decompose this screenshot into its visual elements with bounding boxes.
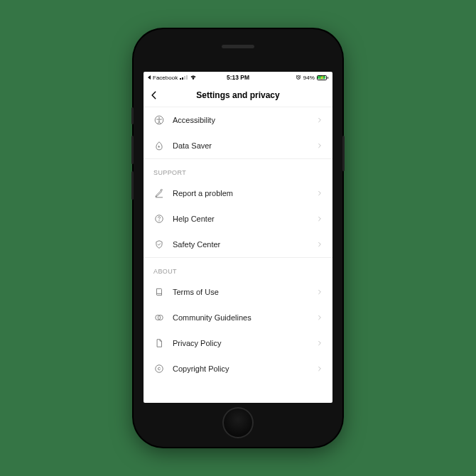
back-to-app-icon[interactable] <box>148 75 151 80</box>
chevron-right-icon <box>317 288 323 296</box>
chevron-right-icon <box>317 190 323 197</box>
settings-list[interactable]: Accessibility Data Saver SUPPORT Report … <box>144 107 332 403</box>
phone-frame: Facebook 5:13 PM 94% ⚡ <box>134 29 342 447</box>
navbar: Settings and privacy <box>144 83 332 107</box>
wifi-icon <box>190 75 197 80</box>
row-accessibility[interactable]: Accessibility <box>144 107 332 133</box>
chevron-right-icon <box>317 340 323 347</box>
row-label: Community Guidelines <box>173 313 308 322</box>
row-label: Copyright Policy <box>173 364 308 373</box>
chevron-right-icon <box>317 142 323 149</box>
row-copyright-policy[interactable]: Copyright Policy <box>144 356 332 382</box>
chevron-right-icon <box>317 314 323 321</box>
back-to-app-label[interactable]: Facebook <box>153 75 178 81</box>
row-help-center[interactable]: Help Center <box>144 206 332 232</box>
screen: Facebook 5:13 PM 94% ⚡ <box>144 72 332 403</box>
document-icon <box>153 338 164 348</box>
page-title: Settings and privacy <box>196 90 279 100</box>
row-label: Accessibility <box>173 116 308 124</box>
phone-speaker <box>222 45 254 48</box>
row-label: Terms of Use <box>173 288 308 296</box>
phone-button-vol-down <box>131 171 134 200</box>
row-report-problem[interactable]: Report a problem <box>144 180 332 206</box>
chevron-left-icon <box>149 90 159 100</box>
copyright-icon <box>153 364 164 374</box>
chevron-right-icon <box>317 241 323 248</box>
row-label: Safety Center <box>173 240 308 249</box>
phone-button-mute <box>131 107 134 124</box>
row-label: Report a problem <box>173 189 308 198</box>
row-data-saver[interactable]: Data Saver <box>144 133 332 158</box>
alarm-icon <box>296 75 301 80</box>
community-icon <box>153 313 164 323</box>
row-label: Help Center <box>173 215 308 223</box>
edit-icon <box>153 188 164 198</box>
section-header-support: SUPPORT <box>144 159 332 180</box>
row-terms-of-use[interactable]: Terms of Use <box>144 279 332 305</box>
accessibility-icon <box>153 115 164 125</box>
book-icon <box>153 287 164 297</box>
back-button[interactable] <box>149 90 159 100</box>
row-community-guidelines[interactable]: Community Guidelines <box>144 305 332 330</box>
chevron-right-icon <box>317 215 323 222</box>
battery-pct: 94% <box>303 75 315 81</box>
status-time: 5:13 PM <box>227 74 249 81</box>
phone-button-power <box>342 136 345 171</box>
help-icon <box>153 214 164 224</box>
svg-point-1 <box>158 117 160 119</box>
row-label: Data Saver <box>173 141 308 150</box>
chevron-right-icon <box>317 117 323 124</box>
data-saver-icon <box>153 141 164 151</box>
chevron-right-icon <box>317 365 323 372</box>
home-button[interactable] <box>222 407 254 438</box>
battery-icon: ⚡ <box>317 75 328 80</box>
phone-button-vol-up <box>131 136 134 164</box>
svg-point-3 <box>158 220 159 221</box>
svg-point-6 <box>155 365 163 373</box>
status-bar: Facebook 5:13 PM 94% ⚡ <box>144 72 332 83</box>
row-safety-center[interactable]: Safety Center <box>144 232 332 257</box>
shield-icon <box>153 239 164 249</box>
row-label: Privacy Policy <box>173 339 308 347</box>
row-privacy-policy[interactable]: Privacy Policy <box>144 330 332 356</box>
section-header-about: ABOUT <box>144 258 332 279</box>
cellular-signal-icon <box>180 75 188 80</box>
